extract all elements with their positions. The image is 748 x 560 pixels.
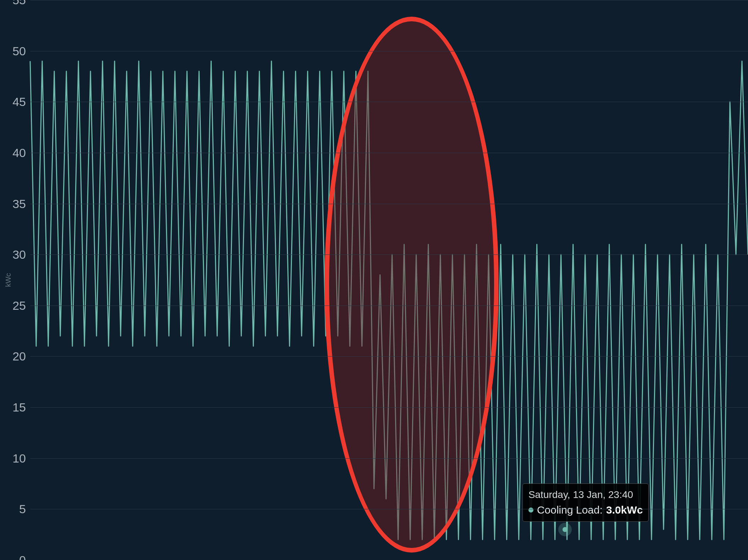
y-tick-label: 5	[19, 502, 26, 516]
line-chart-svg	[30, 0, 748, 560]
gridline	[30, 356, 748, 357]
y-tick-label: 20	[12, 349, 26, 363]
y-tick-label: 10	[12, 451, 26, 465]
gridline	[30, 509, 748, 509]
gridline	[30, 407, 748, 408]
gridline	[30, 204, 748, 204]
y-axis-label: kWc	[4, 273, 12, 287]
y-tick-label: 25	[12, 298, 26, 312]
gridline	[30, 0, 748, 0]
y-axis: kWc 0510152025303540455055	[0, 0, 30, 560]
gridline	[30, 102, 748, 102]
y-tick-label: 35	[12, 197, 26, 211]
y-tick-label: 15	[12, 401, 26, 414]
gridline	[30, 254, 748, 255]
gridline	[30, 153, 748, 153]
y-tick-label: 50	[12, 44, 26, 58]
plot-area[interactable]: Saturday, 13 Jan, 23:40 Cooling Load: 3.…	[30, 0, 748, 560]
gridline	[30, 458, 748, 459]
y-tick-label: 45	[12, 95, 26, 109]
cooling-load-line	[30, 61, 748, 539]
gridline	[30, 306, 748, 306]
y-tick-label: 55	[12, 0, 26, 7]
chart-container: kWc 0510152025303540455055 Saturday, 13 …	[0, 0, 748, 560]
y-tick-label: 0	[19, 553, 26, 560]
y-tick-label: 40	[12, 146, 26, 159]
y-tick-label: 30	[12, 248, 26, 262]
gridline	[30, 51, 748, 51]
